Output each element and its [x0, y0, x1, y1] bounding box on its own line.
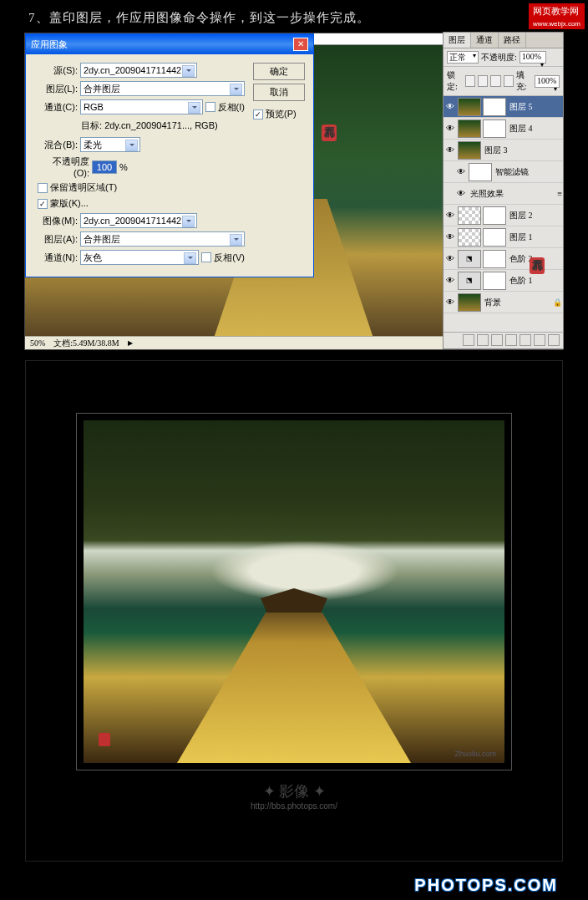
- mask-icon[interactable]: [491, 334, 503, 346]
- invert2-label: 反相(V): [214, 252, 245, 264]
- layer2-label: 图层(A):: [38, 233, 78, 246]
- opacity-dropdown[interactable]: 100%: [520, 51, 546, 64]
- mask-checkbox[interactable]: ✓: [38, 199, 48, 209]
- preserve-label: 保留透明区域(T): [50, 181, 117, 194]
- mask-thumb: [483, 272, 506, 290]
- preserve-checkbox[interactable]: [38, 183, 48, 193]
- bbs-credit: ✦ 影像 ✦ http://bbs.photops.com/: [210, 781, 378, 811]
- layer-thumb: [458, 228, 481, 247]
- layer-dropdown[interactable]: 合并图层: [80, 81, 245, 96]
- layer-name: 智能滤镜: [494, 166, 529, 178]
- visibility-icon[interactable]: 👁: [455, 188, 467, 200]
- layer-thumb: [469, 163, 492, 181]
- layer-row[interactable]: 👁图层 1: [444, 226, 563, 248]
- layer2-dropdown[interactable]: 合并图层: [80, 231, 245, 247]
- doc-size: 文档:5.49M/38.8M: [53, 338, 119, 349]
- layer-name: 图层 5: [508, 101, 533, 113]
- layer-label: 图层(L):: [38, 83, 78, 95]
- close-icon[interactable]: ✕: [293, 38, 308, 51]
- result-frame: Zhuoku.com: [76, 413, 512, 770]
- layer-name: 图层 3: [483, 145, 508, 156]
- visibility-icon[interactable]: 👁: [444, 145, 456, 156]
- layer-thumb: [458, 141, 481, 160]
- tab-layers[interactable]: 图层: [444, 33, 471, 48]
- layer-thumb: ⬔: [458, 250, 481, 268]
- new-layer-icon[interactable]: [534, 334, 545, 346]
- layer-row[interactable]: 👁智能滤镜: [444, 161, 563, 183]
- visibility-icon[interactable]: 👁: [444, 231, 456, 243]
- layer-row[interactable]: 👁图层 2: [444, 205, 563, 226]
- fx-icon[interactable]: [477, 334, 489, 346]
- layer-row[interactable]: 👁背景🔒: [444, 292, 563, 313]
- layer-row[interactable]: 👁光照效果≡: [444, 183, 563, 205]
- zoom-level[interactable]: 50%: [30, 338, 45, 348]
- visibility-icon[interactable]: 👁: [444, 101, 456, 113]
- mask-thumb: [483, 250, 506, 268]
- image-watermark: Zhuoku.com: [454, 750, 496, 758]
- source-dropdown[interactable]: 2dy.cn_2009041711442...: [80, 63, 197, 78]
- layer-row[interactable]: 👁图层 4: [444, 118, 563, 140]
- lock-move-icon[interactable]: [490, 75, 500, 87]
- layer-thumb: [458, 293, 481, 312]
- channel2-label: 通道(N):: [38, 252, 78, 264]
- step-description: 7、盖印图层，作应用图像命令操作，到这一步操作完成。: [0, 0, 588, 33]
- folder-icon[interactable]: [520, 334, 531, 346]
- site-watermark: 网页教学网 www.webjx.com: [529, 3, 585, 29]
- adjustment-icon[interactable]: [505, 334, 517, 346]
- cancel-button[interactable]: 取消: [253, 84, 305, 101]
- preview-checkbox[interactable]: ✓: [253, 109, 263, 119]
- visibility-icon[interactable]: 👁: [455, 166, 467, 178]
- blend-dropdown[interactable]: 柔光: [80, 137, 140, 152]
- dialog-title-text: 应用图象: [31, 38, 68, 51]
- tab-paths[interactable]: 路径: [499, 33, 526, 48]
- visibility-icon[interactable]: 👁: [444, 297, 456, 308]
- visibility-icon[interactable]: 👁: [444, 253, 456, 265]
- lock-paint-icon[interactable]: [478, 75, 488, 87]
- invert-label: 反相(I): [218, 101, 245, 114]
- final-result: Zhuoku.com ✦ 影像 ✦ http://bbs.photops.com…: [25, 360, 563, 862]
- image-dropdown[interactable]: 2dy.cn_2009041711442...: [80, 213, 197, 228]
- mask-label: 蒙版(K)...: [50, 197, 89, 210]
- preview-label: 预览(P): [266, 108, 297, 120]
- invert-checkbox[interactable]: [205, 102, 215, 112]
- author-signature: 邓村翁人儿: [322, 118, 357, 201]
- layer-row[interactable]: 👁图层 3: [444, 140, 563, 161]
- layer-name: 图层 4: [508, 123, 533, 135]
- layer-row[interactable]: 👁图层 5: [444, 96, 563, 118]
- tab-channels[interactable]: 通道: [471, 33, 499, 48]
- dialog-titlebar[interactable]: 应用图象 ✕: [26, 34, 313, 54]
- layer-thumb: [458, 206, 481, 225]
- result-image: Zhuoku.com: [84, 420, 504, 763]
- opacity-input[interactable]: 100: [92, 160, 117, 174]
- seal-icon-2: [530, 257, 545, 274]
- fx-toggle-icon[interactable]: ≡: [557, 189, 562, 198]
- result-seal-icon: [99, 733, 110, 746]
- layer-thumb: [458, 98, 481, 116]
- panel-tabs: 图层 通道 路径: [444, 33, 563, 48]
- layers-panel-footer: [444, 332, 563, 348]
- photops-watermark: PHOTOPS.COM: [414, 876, 558, 895]
- visibility-icon[interactable]: 👁: [444, 123, 456, 135]
- link-icon[interactable]: [463, 334, 474, 346]
- layer-name: 色阶 1: [508, 275, 533, 287]
- invert2-checkbox[interactable]: [201, 252, 211, 262]
- layers-panel: 图层 通道 路径 正常 不透明度: 100% 锁定: 填充: 100% 👁图层 …: [443, 32, 564, 349]
- opacity-label: 不透明度(O):: [38, 155, 89, 178]
- visibility-icon[interactable]: 👁: [444, 275, 456, 287]
- lock-icon: 🔒: [553, 298, 562, 307]
- channel2-dropdown[interactable]: 灰色: [80, 250, 199, 265]
- trash-icon[interactable]: [548, 334, 560, 346]
- author-signature-2: 邓村翁人儿: [530, 251, 556, 274]
- layer-name: 光照效果: [469, 188, 504, 200]
- lock-transparency-icon[interactable]: [465, 75, 475, 87]
- layer-name: 图层 2: [508, 210, 533, 221]
- visibility-icon[interactable]: 👁: [444, 210, 456, 221]
- ok-button[interactable]: 确定: [253, 63, 305, 80]
- channel-dropdown[interactable]: RGB: [80, 99, 203, 114]
- fill-dropdown[interactable]: 100%: [535, 75, 560, 88]
- blend-mode-dropdown[interactable]: 正常: [447, 51, 479, 64]
- seal-icon: [322, 125, 337, 141]
- blend-label: 混合(B):: [38, 139, 78, 151]
- lock-all-icon[interactable]: [504, 75, 514, 87]
- layer-name: 背景: [483, 297, 501, 308]
